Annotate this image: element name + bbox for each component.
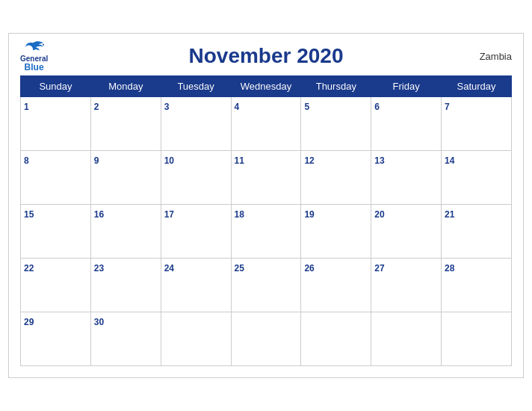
calendar-day-22: 22 xyxy=(21,259,91,312)
day-number: 6 xyxy=(374,102,380,112)
day-number: 1 xyxy=(24,102,29,112)
calendar-day-10: 10 xyxy=(161,151,231,205)
calendar-day-29: 29 xyxy=(21,312,91,366)
calendar-day-27: 27 xyxy=(371,259,442,312)
calendar-day-16: 16 xyxy=(90,205,161,259)
calendar-day-2: 2 xyxy=(90,97,161,151)
week-row-2: 891011121314 xyxy=(21,151,512,205)
calendar-day-8: 8 xyxy=(21,151,91,205)
weekday-header-thursday: Thursday xyxy=(301,76,371,97)
logo-text-blue: Blue xyxy=(25,63,44,72)
week-row-4: 22232425262728 xyxy=(21,259,512,312)
week-row-1: 1234567 xyxy=(21,97,512,151)
calendar-day-5: 5 xyxy=(301,97,371,151)
week-row-5: 2930 xyxy=(21,312,512,366)
day-number: 12 xyxy=(304,155,314,166)
calendar-day-19: 19 xyxy=(301,205,371,259)
country-label: Zambia xyxy=(480,51,512,62)
calendar-day-23: 23 xyxy=(90,259,161,312)
weekday-header-sunday: Sunday xyxy=(21,76,91,97)
svg-marker-0 xyxy=(42,43,44,46)
logo: General Blue xyxy=(20,40,48,72)
calendar-empty-cell xyxy=(371,312,442,366)
calendar-empty-cell xyxy=(161,312,231,366)
calendar-day-6: 6 xyxy=(371,97,442,151)
day-number: 14 xyxy=(445,155,454,166)
weekday-header-friday: Friday xyxy=(371,76,442,97)
calendar-day-18: 18 xyxy=(231,205,301,259)
day-number: 26 xyxy=(304,263,314,274)
calendar-day-3: 3 xyxy=(161,97,231,151)
calendar-empty-cell xyxy=(301,312,371,366)
day-number: 20 xyxy=(374,209,384,220)
calendar-day-9: 9 xyxy=(90,151,161,205)
day-number: 28 xyxy=(445,263,454,274)
day-number: 9 xyxy=(94,155,99,166)
calendar-day-20: 20 xyxy=(371,205,442,259)
calendar-empty-cell xyxy=(442,312,512,366)
calendar-day-1: 1 xyxy=(21,97,91,151)
calendar-title: November 2020 xyxy=(188,44,343,68)
day-number: 22 xyxy=(24,263,34,274)
calendar-day-12: 12 xyxy=(301,151,371,205)
week-row-3: 15161718192021 xyxy=(21,205,512,259)
day-number: 30 xyxy=(94,317,104,327)
day-number: 29 xyxy=(24,317,34,327)
calendar: General Blue November 2020 Zambia Sunday… xyxy=(8,33,524,378)
day-number: 19 xyxy=(304,209,314,220)
calendar-day-25: 25 xyxy=(231,259,301,312)
calendar-day-15: 15 xyxy=(21,205,91,259)
day-number: 18 xyxy=(235,209,244,220)
day-number: 2 xyxy=(94,102,99,112)
day-number: 15 xyxy=(24,209,34,220)
day-number: 16 xyxy=(94,209,104,220)
calendar-header: General Blue November 2020 Zambia xyxy=(20,41,512,71)
calendar-day-7: 7 xyxy=(442,97,512,151)
day-number: 4 xyxy=(235,102,240,112)
weekday-header-saturday: Saturday xyxy=(442,76,512,97)
day-number: 17 xyxy=(164,209,174,220)
calendar-day-30: 30 xyxy=(90,312,161,366)
day-number: 3 xyxy=(164,102,170,112)
logo-bird-icon xyxy=(24,40,45,55)
calendar-day-4: 4 xyxy=(231,97,301,151)
calendar-day-11: 11 xyxy=(231,151,301,205)
calendar-day-13: 13 xyxy=(371,151,442,205)
calendar-day-17: 17 xyxy=(161,205,231,259)
day-number: 25 xyxy=(235,263,244,274)
day-number: 27 xyxy=(374,263,384,274)
calendar-day-24: 24 xyxy=(161,259,231,312)
weekday-header-wednesday: Wednesday xyxy=(231,76,301,97)
day-number: 24 xyxy=(164,263,174,274)
calendar-day-26: 26 xyxy=(301,259,371,312)
day-number: 8 xyxy=(24,155,29,166)
day-number: 5 xyxy=(304,102,309,112)
calendar-day-21: 21 xyxy=(442,205,512,259)
day-number: 13 xyxy=(374,155,384,166)
calendar-table: SundayMondayTuesdayWednesdayThursdayFrid… xyxy=(20,75,512,366)
day-number: 10 xyxy=(164,155,174,166)
day-number: 7 xyxy=(445,102,450,112)
weekday-header-monday: Monday xyxy=(90,76,161,97)
calendar-day-28: 28 xyxy=(442,259,512,312)
weekday-header-row: SundayMondayTuesdayWednesdayThursdayFrid… xyxy=(21,76,512,97)
day-number: 23 xyxy=(94,263,104,274)
day-number: 11 xyxy=(235,155,244,166)
weekday-header-tuesday: Tuesday xyxy=(161,76,231,97)
calendar-day-14: 14 xyxy=(442,151,512,205)
day-number: 21 xyxy=(445,209,454,220)
calendar-empty-cell xyxy=(231,312,301,366)
